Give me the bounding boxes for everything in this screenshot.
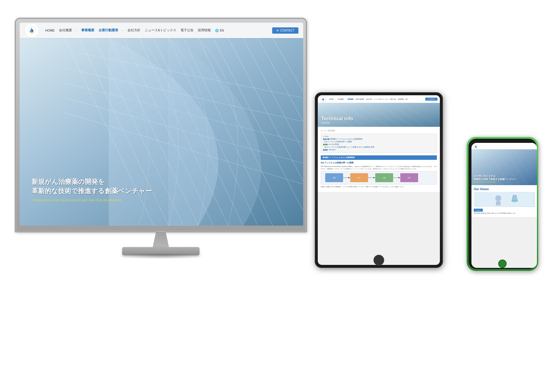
- article-title: MА-T'システムの医療分野への展開: [321, 161, 437, 164]
- hero-title-jp: 新規がん治療薬の開発を 革新的な技術で推進する創薬ベンチャー: [32, 177, 152, 196]
- tablet-index-box: ▼ Index 重炭酸 重炭酸ナトリウムによるがん治療薬開発 MА-T'システム…: [321, 134, 437, 153]
- phone-content: Our Vision: [471, 185, 537, 217]
- tag-blue-2: PDK: [323, 149, 328, 151]
- monitor-screen: HOME 会社概要 › 事業概要 企業行動憲章 › 会社方針 ニュース&トピック…: [20, 23, 303, 226]
- phone-screen: ≡: [471, 143, 537, 268]
- phone-frame: ≡: [467, 137, 538, 271]
- phone-nav: ≡: [471, 143, 537, 149]
- tablet-index-item-5: PDK PDK/PDC: [323, 149, 435, 151]
- scene:  HOM: [0, 0, 559, 392]
- tablet-logo: [320, 96, 326, 102]
- tablet-screen: HOME › 会社概要 › 事業概要 企業行動憲章 会社方針 ニュース&トピック…: [318, 95, 440, 265]
- monitor-neck: [149, 232, 173, 248]
- phone-hero-text: 2015年に向けますは 革新的な技術で推進する創薬ベンチャー Challengi…: [474, 175, 517, 183]
- svg-text:治療: 治療: [383, 177, 386, 179]
- contact-button[interactable]: ✉ CONTACT: [272, 27, 298, 34]
- phone-hero-subtitle: Challenging unmet medical needs: [474, 181, 517, 183]
- nav-business[interactable]: 事業概要: [81, 28, 94, 32]
- svg-text:効果: 効果: [408, 177, 411, 179]
- phone-inner-frame: ≡: [468, 139, 536, 269]
- phone-vision-title: Our Vision: [474, 188, 535, 191]
- tablet-index-item-1: 重炭酸 重炭酸ナトリウムによるがん治療薬開発: [323, 138, 435, 140]
- article-heading: 重炭酸ナトリウムによるがん治療薬開発: [321, 155, 437, 160]
- tablet-nav: HOME › 会社概要 › 事業概要 企業行動憲章 会社方針 ニュース&トピック…: [318, 95, 440, 103]
- nav-news[interactable]: ニュース&トピックス: [145, 28, 176, 32]
- tablet-index-label: ▼ Index: [323, 135, 435, 137]
- nav-conduct[interactable]: 企業行動憲章: [99, 28, 118, 32]
- svg-point-55: [495, 195, 501, 201]
- nav-en[interactable]: 🌐 EN: [215, 29, 224, 32]
- nav-electric[interactable]: 電子公告: [180, 28, 194, 32]
- article-diagram: 細胞 反応 治療: [321, 171, 437, 185]
- desktop-nav: HOME 会社概要 › 事業概要 企業行動憲章 › 会社方針 ニュース&トピック…: [20, 23, 303, 38]
- phone-section-label: ちるみに: [474, 209, 483, 212]
- phone-body-text: 最高品質の医薬品を患者に届けるための研究開発を推進します。: [474, 213, 535, 215]
- nav-policy[interactable]: 会社方針: [127, 28, 141, 32]
- svg-point-57: [512, 200, 518, 202]
- phone-hero-title-2: 革新的な技術で推進する創薬ベンチャー: [474, 178, 517, 181]
- article-text-2: 各種がん細胞に対する重炭酸ナトリウムの効果を評価しています。実験データの詳細につ…: [321, 186, 437, 188]
- nav-home[interactable]: HOME: [45, 29, 55, 32]
- hero-subtitle-en: Challenging unmet medical needs with new…: [32, 198, 152, 202]
- tablet-contact-button[interactable]: ✉ CONTACT: [425, 98, 437, 101]
- tablet-index-item-2: MА-T'システムの医療分野への展開: [323, 141, 435, 143]
- tablet-index-item-3: ALA ALA-PDT医薬: [323, 143, 435, 146]
- hero-text: 新規がん治療薬の開発を 革新的な技術で推進する創薬ベンチャー Challengi…: [32, 177, 152, 202]
- tag-blue-1: 重炭酸: [323, 138, 329, 140]
- hero-section: 新規がん治療薬の開発を 革新的な技術で推進する創薬ベンチャー Challengi…: [20, 38, 303, 226]
- hoist-logo-icon: [28, 26, 36, 35]
- nav-company[interactable]: 会社概要: [59, 28, 72, 32]
- svg-text:反応: 反応: [358, 177, 361, 179]
- phone-logo: [473, 144, 478, 149]
- tablet-home-button[interactable]: [373, 255, 384, 266]
- tablet-hero-title: Technical info: [321, 116, 353, 121]
- tablet-index-item-4: ほかにシステムの臨床試験によって進展するがん治療薬を発表: [323, 146, 435, 148]
- tablet-hero-subtitle: 技術情報: [321, 121, 353, 124]
- tablet-article-section: 重炭酸ナトリウムによるがん治療薬開発 MА-T'システムの医療分野への展開 MА…: [321, 155, 437, 188]
- svg-rect-56: [496, 201, 501, 205]
- svg-rect-54: [474, 192, 534, 207]
- tablet-content: ホーム > 技術情報 ▼ Index 重炭酸 重炭酸ナトリウムによるがん治療薬開…: [318, 127, 440, 192]
- nav-recruit[interactable]: 採用情報: [198, 28, 211, 32]
- svg-text:細胞: 細胞: [332, 177, 336, 179]
- desktop-monitor:  HOM: [15, 18, 307, 262]
- tablet-breadcrumb: ホーム > 技術情報: [321, 130, 437, 132]
- phone-hero-title-1: 2015年に向けますは: [474, 175, 517, 178]
- tag-green-1: ALA: [323, 144, 328, 145]
- phone-vision-image: [474, 192, 535, 207]
- monitor-frame:  HOM: [15, 18, 307, 232]
- nav-links: HOME 会社概要 › 事業概要 企業行動憲章 › 会社方針 ニュース&トピック…: [45, 28, 272, 32]
- phone-home-button[interactable]: [498, 260, 507, 268]
- article-text: MА-T(Matching Transformation System)の構想し…: [321, 165, 437, 170]
- tablet-hero: Technical info 技術情報: [318, 103, 440, 127]
- smartphone-device: ≡: [467, 137, 538, 271]
- envelope-icon: ✉: [276, 29, 279, 32]
- tablet-device: HOME › 会社概要 › 事業概要 企業行動憲章 会社方針 ニュース&トピック…: [315, 92, 443, 268]
- phone-hero: 2015年に向けますは 革新的な技術で推進する創薬ベンチャー Challengi…: [471, 149, 537, 185]
- phone-speaker: [496, 140, 508, 142]
- monitor-base-shadow: [116, 253, 205, 259]
- tablet-frame: HOME › 会社概要 › 事業概要 企業行動憲章 会社方針 ニュース&トピック…: [315, 92, 443, 268]
- site-logo: [24, 23, 39, 38]
